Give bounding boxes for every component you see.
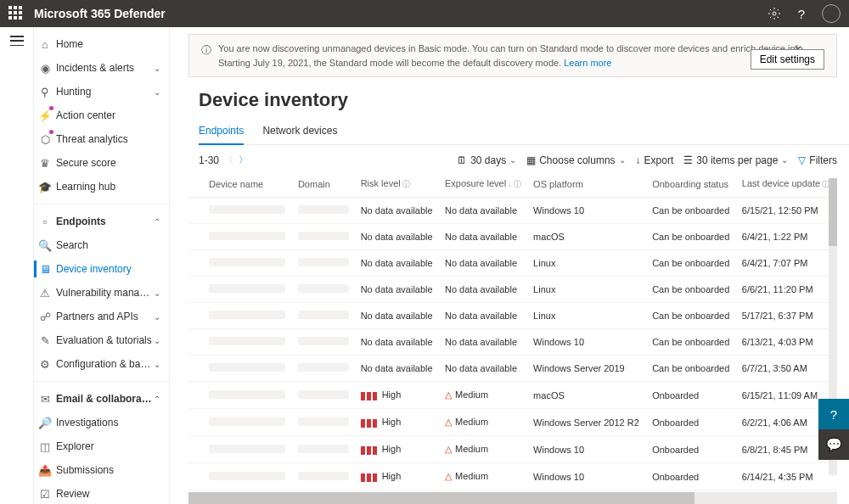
sidebar-header-email[interactable]: ✉ Email & collaboration ⌃: [34, 387, 169, 411]
chevron-down-icon: ⌄: [154, 360, 160, 369]
table-row[interactable]: High△MediummacOSOnboarded6/15/21, 11:09 …: [188, 382, 837, 409]
table-row[interactable]: No data availableNo data availableLinuxC…: [188, 303, 837, 329]
cell-exposure: No data available: [440, 329, 528, 356]
banner-text-1: You are now discovering unmanaged device…: [218, 43, 806, 53]
nav-icon: ◉: [34, 62, 56, 75]
date-range-picker[interactable]: 🗓 30 days ⌄: [457, 154, 516, 166]
sidebar-item-label: Vulnerability management: [56, 287, 154, 299]
next-page-icon[interactable]: 〉: [239, 154, 248, 166]
sort-icon[interactable]: ↓: [508, 180, 512, 188]
table-row[interactable]: High△MediumWindows Server 2012 R2Onboard…: [188, 409, 837, 436]
app-launcher-icon[interactable]: [8, 6, 24, 21]
sidebar-item-label: Review: [56, 488, 160, 500]
settings-icon[interactable]: [767, 7, 781, 20]
user-avatar[interactable]: [822, 4, 841, 23]
sidebar-item-evaluation-tutorials[interactable]: ✎Evaluation & tutorials⌄: [34, 328, 169, 352]
hamburger-icon[interactable]: [10, 36, 24, 46]
info-icon[interactable]: ⓘ: [402, 180, 410, 188]
sidebar-item-search[interactable]: 🔍Search: [34, 233, 169, 257]
sidebar-item-incidents-alerts[interactable]: ◉Incidents & alerts⌄: [34, 56, 169, 80]
endpoints-icon: ▫: [34, 216, 56, 228]
cell-onboarding: Can be onboarded: [647, 250, 737, 277]
cell-exposure: △Medium: [440, 463, 528, 490]
download-icon: ↓: [636, 154, 641, 166]
sidebar-item-review[interactable]: ☑Review: [34, 482, 169, 504]
sidebar-item-hunting[interactable]: ⚲Hunting⌄: [34, 80, 169, 104]
sidebar-item-investigations[interactable]: 🔎Investigations: [34, 411, 169, 434]
table-row[interactable]: No data availableNo data availableWindow…: [188, 329, 837, 356]
cell-risk: High: [356, 463, 440, 490]
info-icon[interactable]: ⓘ: [514, 180, 521, 188]
sidebar-item-action-center[interactable]: ⚡Action center: [34, 104, 169, 127]
tabs: Endpoints Network devices: [199, 120, 849, 145]
sidebar-item-submissions[interactable]: 📤Submissions: [34, 458, 169, 482]
cell-risk: No data available: [356, 198, 440, 224]
sidebar-item-threat-analytics[interactable]: ⬡Threat analytics: [34, 127, 169, 151]
export-button[interactable]: ↓ Export: [636, 154, 674, 166]
nav-section-endpoints: 🔍Search🖥Device inventory⚠Vulnerability m…: [34, 233, 169, 376]
cell-risk: No data available: [356, 250, 440, 277]
sidebar-item-secure-score[interactable]: ♛Secure score: [34, 151, 169, 175]
redacted-text: [298, 472, 349, 480]
sidebar-item-configuration-baselines[interactable]: ⚙Configuration & baselines⌄: [34, 352, 169, 376]
help-panel-button[interactable]: ?: [818, 399, 849, 429]
table-row[interactable]: High△MediumWindows 10Onboarded6/14/21, 4…: [188, 463, 837, 490]
prev-page-icon[interactable]: 〈: [224, 154, 233, 166]
cell-device: [188, 250, 293, 277]
cell-updated: 6/15/21, 12:50 PM: [737, 198, 837, 224]
risk-bars-icon: [361, 392, 377, 400]
tab-network-devices[interactable]: Network devices: [262, 120, 337, 144]
cell-onboarding: Onboarded: [647, 436, 737, 463]
table-row[interactable]: High△MediumWindows 10Onboarded6/8/21, 8:…: [188, 436, 837, 463]
cell-device: [188, 463, 293, 490]
sidebar-item-label: Partners and APIs: [56, 311, 154, 322]
table-row[interactable]: No data availableNo data availableLinuxC…: [188, 250, 837, 277]
cell-updated: 6/7/21, 3:50 AM: [737, 356, 837, 382]
sidebar: ⌂Home◉Incidents & alerts⌄⚲Hunting⌄⚡Actio…: [34, 27, 170, 504]
cell-domain: [293, 329, 356, 356]
sidebar-header-endpoints[interactable]: ▫ Endpoints ⌃: [34, 210, 169, 233]
sidebar-item-partners-and-apis[interactable]: ☍Partners and APIs⌄: [34, 305, 169, 328]
learn-more-link[interactable]: Learn more: [564, 58, 611, 68]
help-icon[interactable]: ?: [795, 7, 808, 20]
horizontal-scrollbar[interactable]: [188, 492, 837, 504]
cell-domain: [293, 277, 356, 303]
choose-columns-button[interactable]: ▦ Choose columns ⌄: [526, 154, 625, 166]
top-bar: Microsoft 365 Defender ?: [0, 0, 849, 27]
nav-icon: ◫: [34, 440, 56, 453]
sidebar-item-vulnerability-management[interactable]: ⚠Vulnerability management⌄: [34, 281, 169, 305]
chevron-down-icon: ⌄: [154, 312, 160, 322]
filter-icon: ▽: [798, 154, 806, 166]
redacted-text: [209, 363, 285, 372]
cell-device: [188, 356, 293, 382]
sidebar-item-learning-hub[interactable]: 🎓Learning hub: [34, 175, 169, 199]
cell-os: Windows 10: [528, 198, 647, 224]
cell-domain: [293, 409, 356, 436]
items-per-page-picker[interactable]: ☰ 30 items per page ⌄: [683, 154, 788, 166]
tab-endpoints[interactable]: Endpoints: [199, 120, 244, 145]
cell-risk: No data available: [356, 356, 440, 382]
risk-bars-icon: [361, 473, 377, 482]
redacted-text: [209, 472, 285, 480]
sidebar-item-home[interactable]: ⌂Home: [34, 32, 169, 56]
cell-onboarding: Can be onboarded: [647, 329, 737, 356]
filters-button[interactable]: ▽ Filters: [798, 154, 837, 166]
sidebar-item-explorer[interactable]: ◫Explorer: [34, 434, 169, 458]
cell-updated: 5/17/21, 6:37 PM: [737, 303, 837, 329]
col-updated: Last device updateⓘ: [737, 171, 837, 198]
sidebar-header-label: Endpoints: [56, 216, 154, 227]
items-per-page-label: 30 items per page: [696, 154, 778, 166]
redacted-text: [298, 417, 349, 426]
table-row[interactable]: No data availableNo data availablemacOSC…: [188, 224, 837, 250]
sidebar-item-device-inventory[interactable]: 🖥Device inventory: [34, 257, 169, 281]
email-icon: ✉: [34, 393, 56, 406]
feedback-button[interactable]: 💬: [818, 429, 849, 460]
table-row[interactable]: No data availableNo data availableWindow…: [188, 198, 837, 224]
cell-risk: No data available: [356, 277, 440, 303]
edit-settings-button[interactable]: Edit settings: [751, 49, 824, 70]
nav-icon: ☑: [34, 488, 56, 501]
sidebar-header-label: Email & collaboration: [56, 393, 154, 405]
table-row[interactable]: No data availableNo data availableLinuxC…: [188, 277, 837, 303]
table-row[interactable]: No data availableNo data availableWindow…: [188, 356, 837, 382]
cell-domain: [293, 463, 356, 490]
